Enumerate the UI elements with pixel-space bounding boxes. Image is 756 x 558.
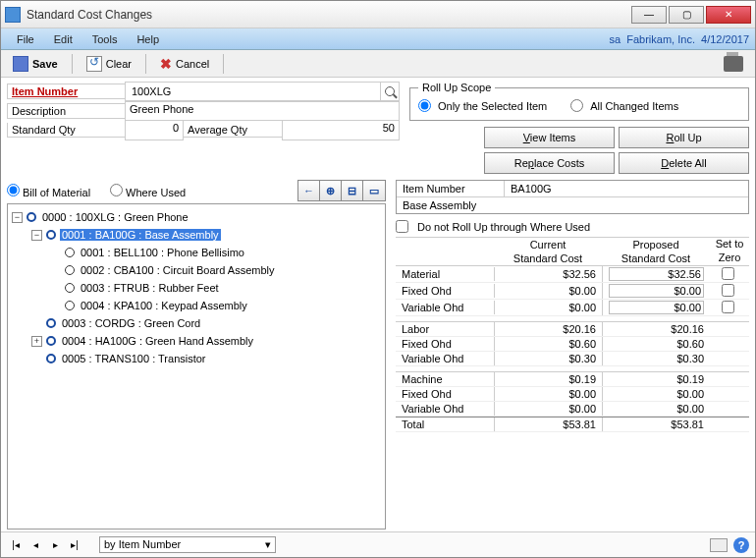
cost-row-label: Variable Ohd — [396, 301, 494, 314]
tree-toggle[interactable]: − — [12, 212, 23, 223]
replace-costs-button[interactable]: Replace Costs — [484, 152, 615, 174]
proposed-value: $0.19 — [676, 373, 704, 385]
radio-all-changed[interactable]: All Changed Items — [570, 99, 678, 112]
proposed-input[interactable] — [609, 267, 704, 281]
header-std-cost-2: Standard Cost — [602, 251, 710, 265]
tree-item-label[interactable]: 0004 : HA100G : Green Hand Assembly — [60, 335, 255, 347]
menu-edit[interactable]: Edit — [44, 31, 82, 47]
record-prev[interactable]: ◂ — [27, 537, 44, 553]
proposed-input[interactable] — [609, 301, 704, 314]
node-icon — [65, 248, 75, 257]
menubar: File Edit Tools Help sa Fabrikam, Inc. 4… — [1, 28, 755, 50]
titlebar: Standard Cost Changes — ▢ ✕ — [1, 1, 755, 28]
proposed-value: $20.16 — [671, 323, 704, 335]
header-std-cost-1: Standard Cost — [494, 251, 602, 265]
record-last[interactable]: ▸| — [66, 537, 83, 553]
set-to-zero-checkbox[interactable] — [722, 301, 734, 313]
item-number-label[interactable]: Item Number — [7, 84, 125, 99]
print-icon — [724, 56, 743, 72]
proposed-value: $0.30 — [676, 353, 704, 364]
tree-item-label[interactable]: 0003 : FTRUB : Rubber Feet — [79, 282, 221, 294]
average-qty-label: Average Qty — [184, 123, 282, 138]
current-value: $0.60 — [494, 337, 602, 351]
standard-qty-label: Standard Qty — [7, 123, 125, 138]
save-button[interactable]: Save — [7, 54, 64, 74]
detail-description: Base Assembly — [397, 197, 748, 213]
do-not-rollup-label: Do not Roll Up through Where Used — [417, 221, 590, 233]
tree-toggle[interactable]: − — [31, 230, 42, 241]
window: Standard Cost Changes — ▢ ✕ File Edit To… — [0, 0, 756, 558]
node-icon — [27, 212, 36, 222]
node-icon — [65, 283, 75, 293]
current-value: $0.19 — [494, 372, 602, 386]
tree-item-label[interactable]: 0001 : BA100G : Base Assembly — [60, 229, 221, 241]
tree-nav-collapse[interactable]: ⊟ — [342, 181, 363, 200]
radio-where-used[interactable]: Where Used — [110, 184, 186, 198]
tree-nav-view[interactable]: ▭ — [363, 181, 385, 200]
cost-row-label: Variable Ohd — [396, 352, 494, 365]
item-number-input[interactable] — [130, 84, 380, 98]
set-to-zero-checkbox[interactable] — [722, 284, 734, 297]
menu-help[interactable]: Help — [127, 31, 169, 47]
menu-file[interactable]: File — [7, 31, 44, 47]
tree-item-label[interactable]: 0001 : BELL100 : Phone Bellisimo — [79, 247, 246, 258]
tree-toggle[interactable]: + — [31, 336, 42, 347]
save-icon — [13, 56, 28, 72]
tree-item-label[interactable]: 0005 : TRANS100 : Transistor — [60, 353, 208, 364]
tree-item-label[interactable]: 0003 : CORDG : Green Cord — [60, 317, 202, 329]
tree-nav-buttons: ← ⊕ ⊟ ▭ — [297, 180, 386, 201]
node-icon — [65, 265, 75, 275]
cancel-icon: ✖ — [160, 56, 172, 72]
rollup-scope-legend: Roll Up Scope — [418, 82, 495, 93]
record-next[interactable]: ▸ — [46, 537, 64, 553]
item-number-lookup[interactable] — [380, 83, 399, 100]
header-proposed: Proposed — [602, 238, 710, 251]
do-not-rollup-checkbox[interactable] — [396, 220, 408, 233]
description-value: Green Phone — [125, 101, 400, 121]
close-button[interactable]: ✕ — [706, 6, 751, 24]
sort-by-select[interactable]: by Item Number ▾ — [99, 536, 276, 553]
tree-item-label[interactable]: 0004 : KPA100 : Keypad Assembly — [79, 300, 249, 311]
set-to-zero-checkbox[interactable] — [722, 267, 734, 280]
total-proposed: $53.81 — [602, 418, 710, 431]
print-button[interactable] — [718, 54, 749, 74]
current-value: $32.56 — [494, 267, 602, 281]
roll-up-button[interactable]: Roll Up — [619, 127, 749, 148]
tree-nav-back[interactable]: ← — [298, 181, 320, 200]
delete-all-button[interactable]: Delete All — [619, 152, 749, 174]
proposed-input[interactable] — [609, 284, 704, 298]
view-items-button[interactable]: View Items — [484, 127, 615, 148]
current-value: $0.00 — [494, 387, 602, 401]
maximize-button[interactable]: ▢ — [669, 6, 704, 24]
node-icon — [46, 230, 56, 240]
tree-root-label[interactable]: 0000 : 100XLG : Green Phone — [40, 211, 190, 223]
current-value: $0.00 — [494, 402, 602, 416]
menu-tools[interactable]: Tools — [82, 31, 128, 47]
tree-nav-expand[interactable]: ⊕ — [320, 181, 342, 200]
toolbar: Save Clear ✖Cancel — [1, 50, 755, 78]
proposed-value: $0.60 — [676, 338, 704, 350]
total-label: Total — [396, 418, 494, 431]
cost-row-label: Fixed Ohd — [396, 337, 494, 351]
header-set-to: Set to — [710, 238, 749, 251]
detail-item-number-label: Item Number — [397, 181, 505, 196]
tree-item-label[interactable]: 0002 : CBA100 : Circuit Board Assembly — [79, 264, 276, 276]
item-detail-box: Item Number BA100G Base Assembly — [396, 180, 749, 214]
help-button[interactable]: ? — [733, 537, 749, 553]
bom-tree[interactable]: − 0000 : 100XLG : Green Phone −0001 : BA… — [7, 203, 386, 530]
note-button[interactable] — [710, 538, 728, 552]
context-company: Fabrikam, Inc. — [621, 33, 695, 45]
cost-row-label: Variable Ohd — [396, 402, 494, 416]
current-value: $0.00 — [494, 284, 602, 298]
cancel-button[interactable]: ✖Cancel — [154, 54, 215, 74]
cost-row-label: Machine — [396, 372, 494, 386]
standard-qty-value[interactable]: 0 — [125, 121, 184, 140]
record-first[interactable]: |◂ — [7, 537, 25, 553]
footer: |◂ ◂ ▸ ▸| by Item Number ▾ ? — [1, 531, 755, 557]
context-date: 4/12/2017 — [695, 33, 749, 45]
current-value: $20.16 — [494, 322, 602, 336]
radio-bill-of-material[interactable]: Bill of Material — [7, 184, 90, 198]
clear-button[interactable]: Clear — [81, 54, 137, 74]
minimize-button[interactable]: — — [631, 6, 667, 24]
radio-only-selected[interactable]: Only the Selected Item — [418, 99, 547, 112]
